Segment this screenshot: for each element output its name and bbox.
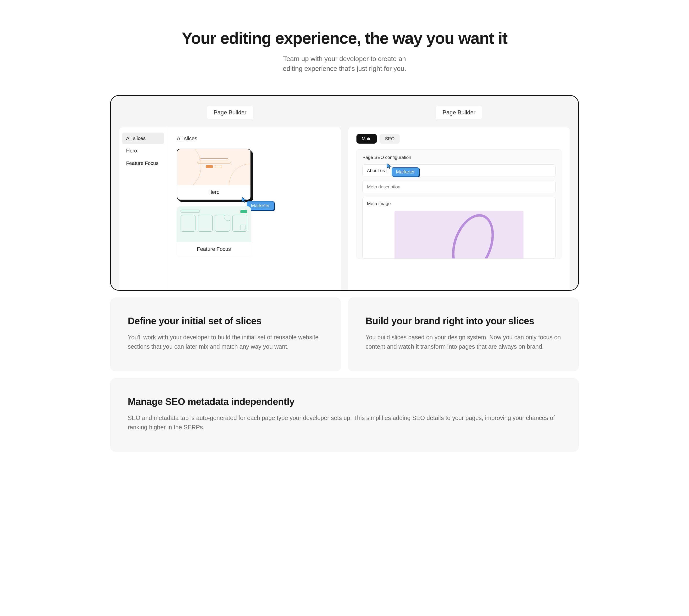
- slice-card-hero-label: Hero: [177, 185, 250, 200]
- info-card-brand-slices: Build your brand right into your slices …: [348, 298, 579, 371]
- meta-image-preview: [395, 211, 523, 259]
- meta-image-label: Meta image: [367, 201, 551, 206]
- slice-card-hero[interactable]: Hero: [177, 149, 251, 200]
- page-title: Your editing experience, the way you wan…: [110, 29, 579, 47]
- sidebar-item-feature-focus[interactable]: Feature Focus: [122, 157, 164, 169]
- tab-main[interactable]: Main: [356, 134, 377, 144]
- subtitle-line-2: editing experience that's just right for…: [283, 65, 406, 72]
- meta-image-field[interactable]: Meta image: [362, 197, 556, 259]
- card-title: Define your initial set of slices: [128, 316, 324, 326]
- tab-seo[interactable]: SEO: [380, 134, 400, 144]
- info-card-seo-metadata: Manage SEO metadata independently SEO an…: [110, 378, 579, 452]
- card-body: SEO and metadata tab is auto-generated f…: [128, 413, 561, 432]
- slice-list-heading: All slices: [177, 135, 331, 142]
- card-title: Manage SEO metadata independently: [128, 396, 561, 407]
- feature-focus-thumbnail: [177, 206, 251, 242]
- seo-editor: Main SEO Page SEO configuration About us…: [348, 127, 570, 290]
- card-body: You build slices based on your design sy…: [365, 333, 561, 351]
- sidebar-item-hero[interactable]: Hero: [122, 145, 164, 156]
- seo-box-title: Page SEO configuration: [362, 155, 556, 160]
- meta-description-input[interactable]: Meta description: [362, 181, 556, 193]
- subtitle-line-1: Team up with your developer to create an: [283, 55, 406, 63]
- panel-label-left: Page Builder: [207, 106, 253, 119]
- slice-sidebar: All slices Hero Feature Focus: [119, 127, 167, 290]
- panel-label-right: Page Builder: [436, 106, 482, 119]
- slice-card-feature-focus-label: Feature Focus: [177, 242, 251, 257]
- slice-card-feature-focus[interactable]: Feature Focus: [177, 206, 251, 257]
- info-card-define-slices: Define your initial set of slices You'll…: [110, 298, 341, 371]
- seo-title-input[interactable]: About us |: [362, 164, 556, 177]
- card-body: You'll work with your developer to build…: [128, 333, 324, 351]
- card-title: Build your brand right into your slices: [365, 316, 561, 326]
- illustration-frame: Page Builder All slices Hero Feature Foc…: [110, 95, 579, 291]
- slice-editor: All slices Hero Feature Focus All slices: [119, 127, 341, 290]
- hero-preview-thumbnail: [177, 149, 250, 185]
- sidebar-item-all-slices[interactable]: All slices: [122, 133, 164, 144]
- page-subtitle: Team up with your developer to create an…: [110, 54, 579, 73]
